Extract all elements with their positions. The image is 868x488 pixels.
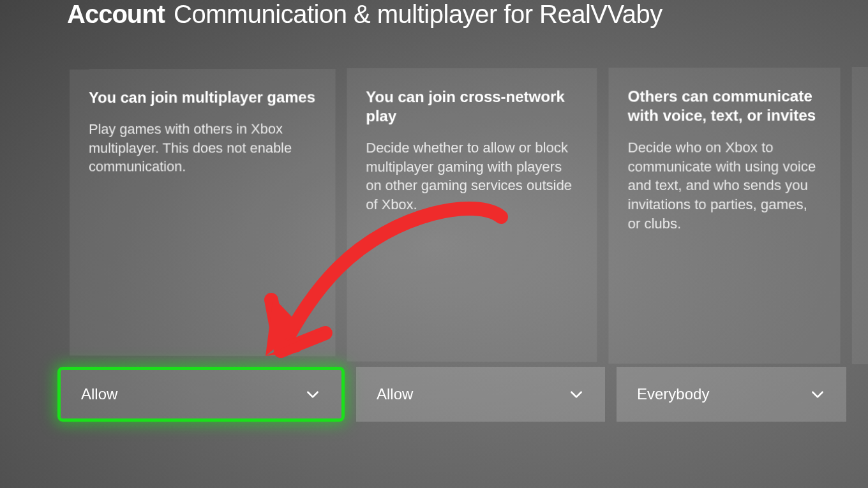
card-multiplayer-games: You can join multiplayer games Play game…: [70, 69, 335, 357]
chevron-down-icon: [809, 386, 826, 403]
card-title: You can join cross-network play: [366, 87, 578, 126]
settings-cards-row: You can join multiplayer games Play game…: [70, 67, 868, 364]
page-header: Account Communication & multiplayer for …: [67, 0, 662, 29]
card-partial-next: [852, 67, 868, 364]
page-title: Communication & multiplayer for RealVVab…: [174, 0, 662, 29]
card-title: You can join multiplayer games: [89, 88, 317, 108]
chevron-down-icon: [304, 386, 321, 403]
breadcrumb-section: Account: [67, 0, 165, 29]
card-description: Decide whether to allow or block multipl…: [366, 138, 578, 214]
dropdown-value: Allow: [377, 385, 413, 403]
card-title: Others can communicate with voice, text,…: [628, 87, 821, 126]
dropdown-others-communicate[interactable]: Everybody: [617, 367, 846, 422]
dropdown-cross-network[interactable]: Allow: [356, 367, 605, 422]
card-others-communicate: Others can communicate with voice, text,…: [608, 68, 840, 364]
dropdown-value: Everybody: [637, 385, 709, 403]
settings-dropdowns-row: Allow Allow Everybody: [57, 367, 846, 422]
chevron-down-icon: [568, 386, 585, 403]
dropdown-multiplayer-games[interactable]: Allow: [57, 367, 345, 422]
card-description: Decide who on Xbox to communicate with u…: [628, 138, 821, 233]
card-description: Play games with others in Xbox multiplay…: [89, 119, 317, 176]
card-cross-network: You can join cross-network play Decide w…: [347, 68, 597, 362]
dropdown-value: Allow: [81, 385, 117, 403]
